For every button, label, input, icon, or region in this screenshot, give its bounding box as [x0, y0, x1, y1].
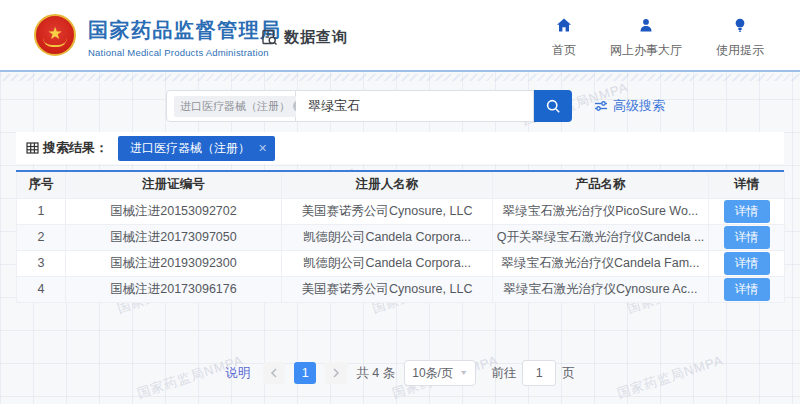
column-header: 产品名称 [493, 172, 709, 198]
column-header: 序号 [17, 172, 66, 198]
nav-label: 使用提示 [716, 42, 764, 59]
row-index: 4 [17, 276, 66, 302]
header-hatch-divider [0, 74, 800, 81]
column-header: 注册人名称 [282, 172, 493, 198]
results-table: 序号注册证编号注册人名称产品名称详情 1国械注进20153092702美国赛诺秀… [16, 170, 784, 303]
detail-cell: 详情 [709, 198, 785, 224]
bulb-icon [732, 17, 748, 37]
nav-item-首页[interactable]: 首页 [552, 17, 576, 59]
detail-cell: 详情 [709, 250, 785, 276]
total-count: 共 4 条 [356, 365, 395, 382]
grid-table-icon [26, 142, 39, 154]
search-button[interactable] [534, 90, 572, 122]
row-index: 1 [17, 198, 66, 224]
document-search-icon [260, 28, 279, 47]
brand: 国家药品监督管理局 National Medical Products Admi… [88, 17, 282, 58]
product-cell: 翠绿宝石激光治疗仪Candela Fam... [493, 250, 709, 276]
search-form: 进口医疗器械（注册） ✕ ▼ 高级搜索 [166, 90, 665, 122]
home-icon [556, 17, 572, 37]
column-header: 详情 [709, 172, 785, 198]
detail-button[interactable]: 详情 [724, 252, 770, 275]
brand-subtitle: National Medical Products Administration [88, 47, 282, 58]
detail-button[interactable]: 详情 [724, 278, 770, 301]
goto-page: 前往 页 [491, 360, 575, 386]
detail-button[interactable]: 详情 [724, 226, 770, 249]
emblem-star-icon: ★ [47, 25, 62, 42]
chevron-down-icon: ▼ [309, 102, 319, 111]
row-index: 2 [17, 224, 66, 250]
chevron-left-icon [270, 368, 278, 378]
advanced-search-link[interactable]: 高级搜索 [594, 97, 665, 115]
results-bar: 搜索结果： 进口医疗器械（注册） ✕ [16, 132, 784, 164]
detail-cell: 详情 [709, 224, 785, 250]
goto-prefix: 前往 [491, 365, 516, 382]
user-icon [638, 17, 654, 37]
cert-no-cell: 国械注进20173096176 [66, 276, 282, 302]
cert-no-cell: 国械注进20173097050 [66, 224, 282, 250]
table-row: 3国械注进20193092300凯德朗公司Candela Corpora...翠… [17, 250, 785, 276]
nav-label: 网上办事大厅 [610, 42, 682, 59]
note-link[interactable]: 说明 [225, 365, 250, 382]
header: ★ 国家药品监督管理局 National Medical Products Ad… [0, 0, 800, 72]
goto-suffix: 页 [562, 365, 575, 382]
prev-page-button[interactable] [263, 362, 285, 384]
nav-label: 首页 [552, 42, 576, 59]
results-label: 搜索结果： [26, 139, 108, 157]
filter-tag[interactable]: 进口医疗器械（注册） ✕ [118, 136, 275, 161]
table-header-row: 序号注册证编号注册人名称产品名称详情 [17, 172, 785, 198]
page-size-select[interactable]: 10条/页 ▼ [404, 360, 476, 386]
page-title: 数据查询 [260, 28, 348, 47]
cert-no-cell: 国械注进20193092300 [66, 250, 282, 276]
remove-filter-icon[interactable]: ✕ [258, 142, 267, 155]
category-select[interactable]: 进口医疗器械（注册） ✕ ▼ [166, 90, 296, 122]
table-row: 4国械注进20173096176美国赛诺秀公司Cynosure, LLC翠绿宝石… [17, 276, 785, 302]
national-emblem-logo: ★ [34, 14, 76, 56]
row-index: 3 [17, 250, 66, 276]
search-input[interactable] [296, 90, 534, 122]
current-page-button[interactable]: 1 [294, 362, 316, 384]
table-row: 1国械注进20153092702美国赛诺秀公司Cynosure, LLC翠绿宝石… [17, 198, 785, 224]
detail-button[interactable]: 详情 [724, 200, 770, 223]
filter-sliders-icon [594, 100, 608, 112]
product-cell: Q开关翠绿宝石激光治疗仪Candela ... [493, 224, 709, 250]
top-nav: 首页网上办事大厅使用提示 [552, 17, 764, 59]
registrant-cell: 凯德朗公司Candela Corpora... [282, 224, 493, 250]
detail-cell: 详情 [709, 276, 785, 302]
registrant-cell: 美国赛诺秀公司Cynosure, LLC [282, 276, 493, 302]
category-selected-tag[interactable]: 进口医疗器械（注册） ✕ [174, 96, 309, 117]
column-header: 注册证编号 [66, 172, 282, 198]
nav-item-网上办事大厅[interactable]: 网上办事大厅 [610, 17, 682, 59]
chevron-down-icon: ▼ [459, 369, 468, 377]
pagination: 说明 1 共 4 条 10条/页 ▼ 前往 页 [0, 360, 800, 386]
magnifier-icon [545, 98, 562, 115]
table-row: 2国械注进20173097050凯德朗公司Candela Corpora...Q… [17, 224, 785, 250]
brand-title: 国家药品监督管理局 [88, 17, 282, 44]
next-page-button[interactable] [325, 362, 347, 384]
goto-page-input[interactable] [522, 360, 556, 386]
registrant-cell: 凯德朗公司Candela Corpora... [282, 250, 493, 276]
product-cell: 翠绿宝石激光治疗仪PicoSure Wo... [493, 198, 709, 224]
chevron-right-icon [332, 368, 340, 378]
registrant-cell: 美国赛诺秀公司Cynosure, LLC [282, 198, 493, 224]
nav-item-使用提示[interactable]: 使用提示 [716, 17, 764, 59]
cert-no-cell: 国械注进20153092702 [66, 198, 282, 224]
product-cell: 翠绿宝石激光治疗仪Cynosure Ac... [493, 276, 709, 302]
